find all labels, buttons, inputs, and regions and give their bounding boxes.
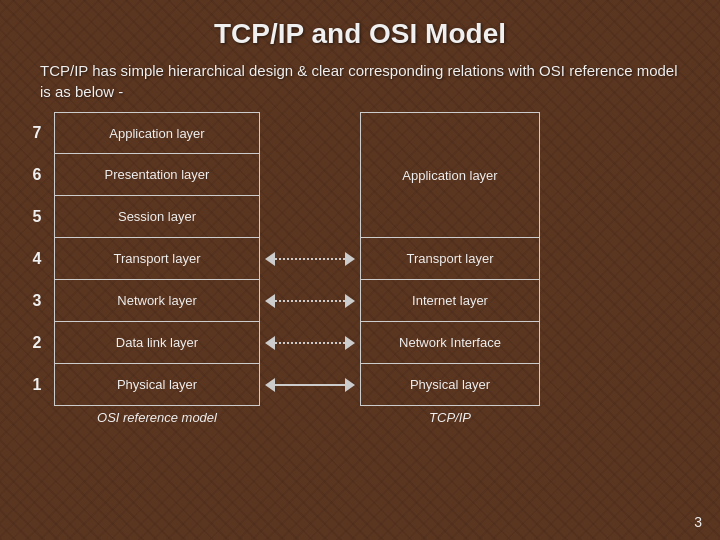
tcp-cell-application: Application layer [360,112,540,238]
arrow-row-4 [260,238,360,280]
table-row: 5 Session layer [20,196,260,238]
tcp-label-text: TCP/IP [360,410,540,425]
osi-label-text: OSI reference model [54,410,260,425]
osi-row-num-3: 3 [20,280,54,322]
arrow-left-head [265,252,275,266]
table-row: 6 Presentation layer [20,154,260,196]
arrow-row-1 [260,364,360,406]
tcp-cell-physical: Physical layer [360,364,540,406]
table-row: Physical layer [360,364,540,406]
double-arrow-transport [265,252,355,266]
subtitle: TCP/IP has simple hierarchical design & … [0,56,720,112]
tcp-table: Application layer Transport layer Intern… [360,112,540,406]
title: TCP/IP and OSI Model [0,0,720,56]
arrow-left-head [265,294,275,308]
arrow-dotted-line [275,258,345,260]
table-row: Transport layer [360,238,540,280]
osi-row-num-6: 6 [20,154,54,196]
arrow-solid-line [275,384,345,386]
arrow-right-head [345,252,355,266]
arrow-row-2 [260,322,360,364]
tcp-cell-network-interface: Network Interface [360,322,540,364]
table-row: Internet layer [360,280,540,322]
osi-cell-application: Application layer [54,112,260,154]
arrow-right-head [345,294,355,308]
osi-cell-physical: Physical layer [54,364,260,406]
double-arrow-network [265,294,355,308]
page-number: 3 [694,514,702,530]
arrow-dotted-line [275,300,345,302]
osi-row-num-2: 2 [20,322,54,364]
osi-row-num-5: 5 [20,196,54,238]
table-labels: OSI reference model TCP/IP [0,406,720,425]
single-arrow-physical [265,378,355,392]
arrow-right-head [345,336,355,350]
arrow-left-head [265,378,275,392]
osi-table: 7 Application layer 6 Presentation layer… [20,112,260,406]
osi-row-num-7: 7 [20,112,54,154]
osi-row-num-4: 4 [20,238,54,280]
table-row: 7 Application layer [20,112,260,154]
tcp-cell-transport: Transport layer [360,238,540,280]
arrow-label-spacer [260,410,360,425]
table-row: Application layer [360,112,540,238]
arrow-dotted-line [275,342,345,344]
osi-label: OSI reference model [20,410,260,425]
osi-row-num-1: 1 [20,364,54,406]
arrow-area [260,112,360,406]
osi-cell-presentation: Presentation layer [54,154,260,196]
table-row: 3 Network layer [20,280,260,322]
table-row: 2 Data link layer [20,322,260,364]
table-row: 4 Transport layer [20,238,260,280]
table-row: Network Interface [360,322,540,364]
osi-cell-session: Session layer [54,196,260,238]
arrow-right-head [345,378,355,392]
osi-cell-network: Network layer [54,280,260,322]
arrow-left-head [265,336,275,350]
osi-cell-datalink: Data link layer [54,322,260,364]
table-row: 1 Physical layer [20,364,260,406]
tcp-cell-internet: Internet layer [360,280,540,322]
double-arrow-datalink [265,336,355,350]
arrow-row-3 [260,280,360,322]
osi-cell-transport: Transport layer [54,238,260,280]
